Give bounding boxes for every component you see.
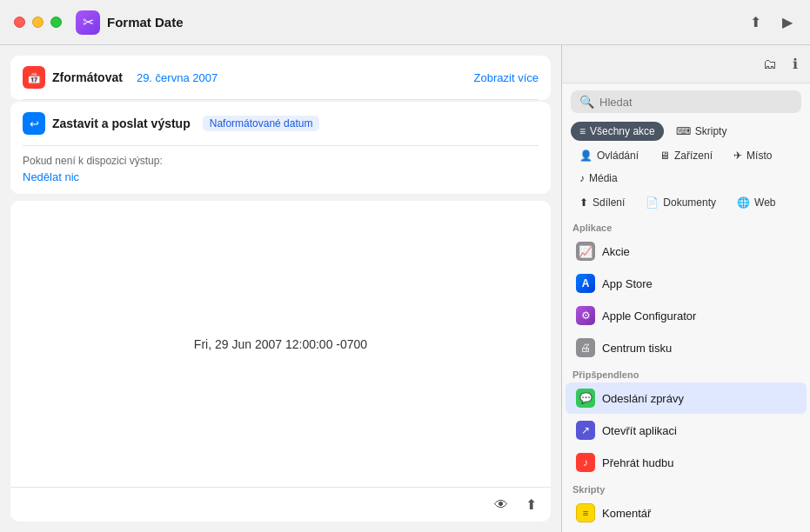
sidebar-item-odesilani[interactable]: 💬 Odeslání zprávy [566, 382, 807, 414]
stop-send-icon: ↩ [23, 112, 45, 135]
search-input[interactable] [599, 96, 793, 109]
cat-sharing-icon: ⬆ [579, 196, 588, 209]
category-row: ≡ Všechny akce ⌨ Skripty [562, 116, 810, 146]
play-button[interactable]: ▶ [779, 10, 796, 34]
cat-all-icon: ≡ [579, 125, 586, 137]
cat-sharing-label: Sdílení [592, 196, 625, 209]
cat-media-label: Média [589, 172, 618, 184]
cat-scripts-icon: ⌨ [676, 125, 691, 137]
output-pill: Naformátované datum [203, 116, 320, 131]
cat-media-icon: ♪ [579, 172, 585, 184]
sidebar-add-button[interactable]: 🗂 [760, 52, 780, 76]
cat-devices-icon: 🖥 [659, 150, 670, 162]
odesilani-icon: 💬 [576, 389, 595, 408]
sidebar-item-prehrat-hudbu[interactable]: ♪ Přehrát hudbu [566, 447, 807, 478]
section-skripty-label: Skripty [562, 479, 810, 496]
cat-documents-label: Dokumenty [663, 196, 716, 209]
result-content: Fri, 29 Jun 2007 12:00:00 -0700 [10, 201, 551, 487]
cat-scripts[interactable]: ⌨ Skripty [667, 122, 736, 141]
format-date-header: 📅 Zformátovat 29. června 2007 Zobrazit v… [10, 56, 551, 99]
cat-sharing[interactable]: ⬆ Sdílení [571, 193, 633, 212]
left-panel: 📅 Zformátovat 29. června 2007 Zobrazit v… [0, 45, 562, 532]
cat-control-label: Ovládání [597, 150, 639, 162]
cat-devices[interactable]: 🖥 Zařízení [651, 146, 721, 165]
sidebar-item-otevrit-aplikaci[interactable]: ↗ Otevřít aplikaci [566, 415, 807, 446]
section-pinned-label: Připšpendleno [562, 364, 810, 382]
sidebar-item-centrum-tisku[interactable]: 🖨 Centrum tisku [566, 332, 807, 363]
right-panel: 🗂 ℹ 🔍 ≡ Všechny akce ⌨ Skripty 👤 Ovládán… [562, 45, 810, 532]
appstore-icon: A [576, 274, 595, 293]
apple-configurator-icon: ⚙ [576, 306, 595, 325]
sidebar-item-appstore[interactable]: A App Store [566, 268, 807, 299]
close-button[interactable] [14, 17, 25, 28]
komentar-label: Komentář [602, 507, 651, 520]
eye-button[interactable]: 👁 [491, 495, 512, 515]
cat-place-label: Místo [746, 150, 772, 162]
cat-web-label: Web [754, 196, 775, 209]
search-icon: 🔍 [579, 95, 594, 109]
cat-documents-icon: 📄 [646, 196, 659, 209]
result-card: Fri, 29 Jun 2007 12:00:00 -0700 👁 ⬆ [10, 201, 551, 522]
akcie-icon: 📈 [576, 242, 595, 261]
result-footer: 👁 ⬆ [10, 487, 551, 522]
minimize-button[interactable] [32, 17, 44, 28]
workflow-area: 📅 Zformátovat 29. června 2007 Zobrazit v… [0, 45, 561, 532]
stop-send-body: Pokud není k dispozici výstup: Nedělat n… [10, 146, 551, 194]
appstore-label: App Store [602, 277, 653, 290]
stop-send-card: ↩ Zastavit a poslat výstup Naformátované… [10, 102, 551, 194]
cat-control[interactable]: 👤 Ovládání [571, 146, 647, 165]
otevrit-label: Otevřít aplikaci [602, 424, 677, 437]
komentar-icon: ≡ [576, 503, 595, 522]
cat-all[interactable]: ≡ Všechny akce [571, 122, 664, 141]
sidebar-item-komentar[interactable]: ≡ Komentář [566, 497, 807, 529]
otevrit-icon: ↗ [576, 421, 595, 440]
share-button[interactable]: ⬆ [746, 10, 765, 34]
format-date-icon: 📅 [23, 66, 45, 89]
search-box: 🔍 [571, 90, 801, 113]
stop-send-title: Zastavit a poslat výstup [52, 116, 191, 130]
centrum-tisku-label: Centrum tisku [602, 342, 672, 355]
window-title: Format Date [107, 15, 746, 30]
no-output-label: Pokud není k dispozici výstup: [23, 155, 539, 167]
centrum-tisku-icon: 🖨 [576, 338, 595, 357]
format-date-card: 📅 Zformátovat 29. června 2007 Zobrazit v… [10, 56, 551, 100]
maximize-button[interactable] [50, 17, 62, 28]
cat-devices-label: Zařízení [674, 150, 713, 162]
app-icon: ✂ [76, 10, 100, 35]
prehrat-label: Přehrát hudbu [602, 456, 673, 469]
card1-divider [23, 99, 539, 100]
odesilani-label: Odeslání zprávy [602, 392, 684, 405]
cat-media[interactable]: ♪ Média [571, 169, 626, 188]
cat-place-icon: ✈ [733, 150, 742, 162]
traffic-lights [14, 17, 62, 28]
cat-web-icon: 🌐 [737, 196, 750, 209]
format-date-title: Zformátovat [52, 70, 123, 84]
prehrat-icon: ♪ [576, 453, 595, 472]
cat-place[interactable]: ✈ Místo [725, 146, 780, 165]
category-row-2: 👤 Ovládání 🖥 Zařízení ✈ Místo ♪ Média [562, 146, 810, 193]
titlebar-actions: ⬆ ▶ [746, 10, 796, 34]
sidebar-item-akcie[interactable]: 📈 Akcie [566, 236, 807, 267]
cat-control-icon: 👤 [579, 150, 592, 162]
section-aplikace-label: Aplikace [562, 217, 810, 235]
sidebar-list: Aplikace 📈 Akcie A App Store ⚙ Apple Con… [562, 217, 810, 532]
cat-all-label: Všechny akce [590, 125, 655, 137]
export-button[interactable]: ⬆ [522, 495, 540, 515]
sidebar-info-button[interactable]: ℹ [789, 52, 801, 76]
format-date-value: 29. června 2007 [137, 71, 218, 84]
main-content: 📅 Zformátovat 29. června 2007 Zobrazit v… [0, 45, 810, 532]
sidebar-item-apple-configurator[interactable]: ⚙ Apple Configurator [566, 300, 807, 331]
cat-scripts-label: Skripty [695, 125, 727, 137]
stop-send-header: ↩ Zastavit a poslat výstup Naformátované… [10, 102, 551, 145]
result-text: Fri, 29 Jun 2007 12:00:00 -0700 [194, 337, 367, 351]
titlebar: ✂ Format Date ⬆ ▶ [0, 0, 810, 45]
do-nothing-link[interactable]: Nedělat nic [23, 170, 539, 183]
akcie-label: Akcie [602, 245, 630, 258]
cat-web[interactable]: 🌐 Web [728, 193, 784, 212]
apple-configurator-label: Apple Configurator [602, 309, 696, 323]
cat-documents[interactable]: 📄 Dokumenty [637, 193, 725, 212]
show-more-button[interactable]: Zobrazit více [474, 71, 539, 84]
category-row-3: ⬆ Sdílení 📄 Dokumenty 🌐 Web [562, 193, 810, 217]
